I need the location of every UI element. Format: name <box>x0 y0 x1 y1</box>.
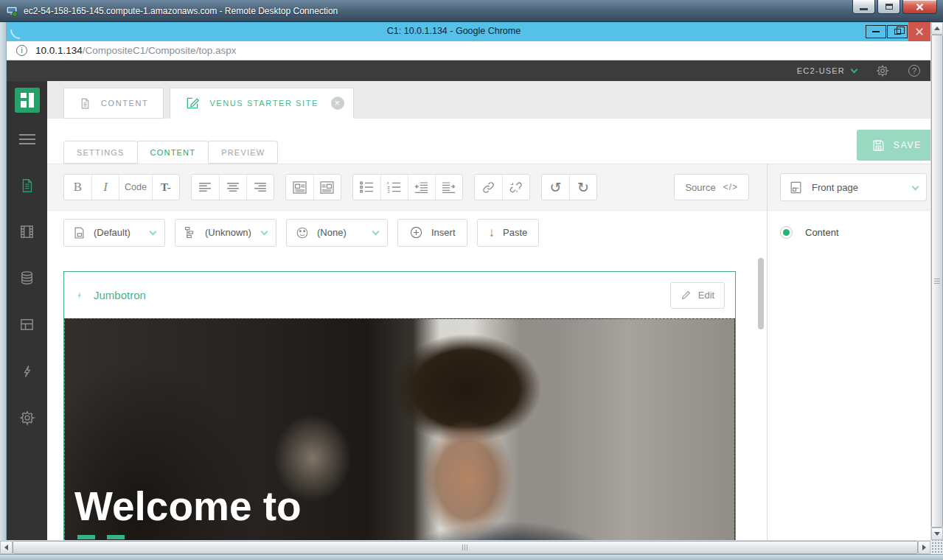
c1-logo[interactable] <box>15 88 40 113</box>
chrome-url-bar[interactable]: i 10.0.1.134 /CompositeC1/Composite/top.… <box>7 41 930 60</box>
tab-content-editor[interactable]: CONTENT <box>137 141 209 164</box>
sidebar-item-content[interactable] <box>7 162 47 209</box>
image-right-button[interactable] <box>313 175 341 200</box>
hero-heading: Welcome to <box>74 483 302 530</box>
editor-scrollbar-thumb[interactable] <box>758 258 764 329</box>
rdp-titlebar[interactable]: ec2-54-158-165-145.compute-1.amazonaws.c… <box>0 0 943 22</box>
palette-icon <box>296 226 309 239</box>
tab-label: CONTENT <box>101 99 148 108</box>
tab-label: VENUS STARTER SITE <box>209 99 319 108</box>
remove-link-button[interactable] <box>502 175 529 200</box>
align-right-button[interactable] <box>246 175 274 200</box>
scroll-up-button[interactable] <box>931 22 943 35</box>
page-selector-dropdown[interactable]: Front page <box>780 173 927 201</box>
style-dropdown[interactable]: (None) <box>286 219 388 247</box>
italic-button[interactable]: I <box>91 175 119 200</box>
edit-widget-button[interactable]: Edit <box>670 282 725 309</box>
image-left-button[interactable] <box>286 175 313 200</box>
settings-gear-icon[interactable] <box>876 64 889 77</box>
user-menu[interactable]: EC2-USER <box>797 66 857 75</box>
page-icon <box>79 97 91 111</box>
arrow-right-icon <box>922 545 926 550</box>
cms-app: EC2-USER ? <box>7 60 930 540</box>
help-icon[interactable]: ? <box>908 65 920 77</box>
source-button[interactable]: Source </> <box>674 174 749 200</box>
app-sidebar <box>7 81 47 540</box>
rdp-maximize-button[interactable] <box>877 0 900 14</box>
chrome-titlebar[interactable]: C1: 10.0.1.134 - Google Chrome <box>7 22 930 41</box>
code-button[interactable]: Code <box>119 175 152 200</box>
sidebar-item-media[interactable] <box>7 209 47 255</box>
undo-button[interactable]: ↺ <box>542 175 569 200</box>
list-group <box>352 174 463 200</box>
bold-button[interactable]: B <box>64 175 91 200</box>
text-format-button[interactable]: T- <box>152 175 179 200</box>
history-group: ↺ ↻ <box>541 174 597 200</box>
menu-toggle-button[interactable] <box>7 116 47 162</box>
gear-icon <box>19 410 35 426</box>
database-icon <box>18 270 35 287</box>
rdp-frame-bottom <box>0 554 943 560</box>
hamburger-icon <box>19 134 35 144</box>
text-format-icon: T- <box>161 181 171 194</box>
arrow-down-icon: ↓ <box>489 226 495 239</box>
text-style-group: B I Code T- <box>63 174 180 200</box>
chevron-down-icon <box>261 228 268 236</box>
vertical-scrollbar[interactable] <box>930 22 943 540</box>
sidebar-item-functions[interactable] <box>7 348 47 394</box>
numbered-list-button[interactable] <box>380 175 408 200</box>
redo-button[interactable]: ↻ <box>569 175 596 200</box>
url-host: 10.0.1.134 <box>35 45 83 56</box>
page-info-icon[interactable]: i <box>16 45 27 56</box>
sidebar-item-system[interactable] <box>7 394 47 441</box>
tab-settings[interactable]: SETTINGS <box>63 141 138 164</box>
sidebar-item-layout[interactable] <box>7 301 47 348</box>
editor-canvas[interactable]: Jumbotron Edit Welcome to <box>47 254 767 540</box>
indent-button[interactable] <box>435 175 462 200</box>
insert-label: Insert <box>431 227 456 238</box>
content-placeholder-option[interactable]: Content <box>780 226 918 239</box>
resize-grip[interactable] <box>930 540 943 554</box>
horizontal-scrollbar[interactable] <box>0 540 930 554</box>
outdent-button[interactable] <box>408 175 435 200</box>
horizontal-scrollbar-thumb[interactable] <box>13 541 918 554</box>
field-dropdown[interactable]: (Unknown) <box>175 219 276 247</box>
minimize-icon <box>860 8 868 10</box>
bold-icon: B <box>74 180 82 195</box>
align-center-icon <box>226 182 240 192</box>
bullet-list-button[interactable] <box>353 175 380 200</box>
align-left-button[interactable] <box>192 175 219 200</box>
rdp-window-title: ec2-54-158-165-145.compute-1.amazonaws.c… <box>24 6 338 16</box>
tab-venus-starter-site[interactable]: VENUS STARTER SITE × <box>170 88 354 119</box>
vertical-scrollbar-thumb[interactable] <box>931 35 943 528</box>
sidebar-item-data[interactable] <box>7 255 47 301</box>
chrome-close-button[interactable] <box>908 22 930 41</box>
rdp-minimize-button[interactable] <box>852 0 875 14</box>
rdp-frame-left <box>0 22 7 554</box>
structure-panel: Front page Content <box>767 164 930 540</box>
tab-close-button[interactable]: × <box>331 97 344 110</box>
insert-button[interactable]: Insert <box>397 219 467 247</box>
rdp-close-button[interactable] <box>902 0 937 14</box>
align-center-button[interactable] <box>219 175 246 200</box>
jumbotron-widget[interactable]: Jumbotron Edit Welcome to <box>63 271 736 540</box>
insert-link-button[interactable] <box>475 175 502 200</box>
tab-preview[interactable]: PREVIEW <box>208 141 278 164</box>
chrome-restore-button[interactable] <box>887 25 908 38</box>
class-dropdown[interactable]: (Default) <box>63 219 165 247</box>
page-format-icon <box>73 226 86 239</box>
paste-button[interactable]: ↓ Paste <box>477 219 540 247</box>
save-button[interactable]: SAVE <box>857 130 936 161</box>
option-label: Content <box>805 227 839 238</box>
tab-label: SETTINGS <box>77 148 125 157</box>
image-align-group <box>285 174 341 200</box>
link-icon <box>481 181 495 195</box>
scroll-right-button[interactable] <box>918 541 930 554</box>
unlink-icon <box>509 181 523 195</box>
scroll-down-button[interactable] <box>931 528 943 540</box>
tab-content[interactable]: CONTENT <box>63 88 164 119</box>
align-left-icon <box>198 182 212 192</box>
scroll-left-button[interactable] <box>0 541 13 554</box>
chrome-minimize-button[interactable] <box>866 25 886 38</box>
circle-plus-icon <box>409 225 423 239</box>
